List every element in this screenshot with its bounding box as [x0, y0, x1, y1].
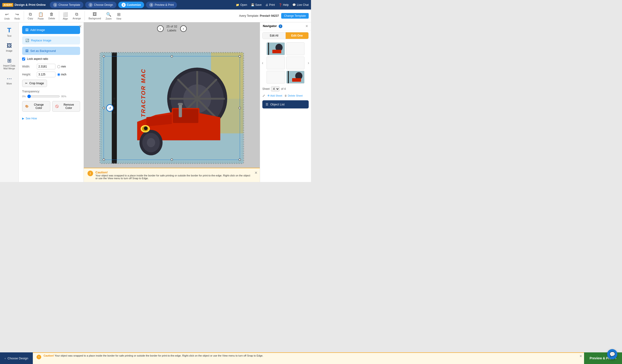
- caution-content: Caution! Your object was snapped to a pl…: [96, 171, 251, 180]
- step-num-3: 3: [121, 3, 126, 7]
- object-list-button[interactable]: ☰ Object List: [262, 100, 309, 108]
- edit-all-button[interactable]: Edit All: [263, 32, 286, 39]
- sheet-select[interactable]: 4: [271, 86, 280, 92]
- mm-option[interactable]: mm: [57, 65, 66, 68]
- panel-close-button[interactable]: ✕: [79, 24, 82, 29]
- set-background-button[interactable]: 🖼 Set as Background: [22, 47, 80, 55]
- view-button[interactable]: ⊞ View: [114, 11, 123, 21]
- edit-one-button[interactable]: Edit One: [286, 32, 309, 39]
- zoom-icon: 🔍: [106, 12, 111, 17]
- add-image-icon: 🖼: [25, 28, 28, 32]
- align-button[interactable]: ⬜ Align: [61, 11, 70, 21]
- sheet-row: Sheet 4 of 4: [260, 85, 311, 93]
- remove-color-icon: 🚫: [55, 105, 59, 108]
- step-choose-design[interactable]: 2 Choose Design: [85, 2, 116, 8]
- sheet-total: of 4: [281, 87, 286, 91]
- step-num-4: 4: [149, 3, 154, 7]
- caution-close-button[interactable]: ✕: [254, 171, 257, 175]
- lock-aspect-checkbox[interactable]: [22, 57, 25, 60]
- crop-image-button[interactable]: ✂ Crop Image: [22, 80, 47, 87]
- replace-image-icon: 🔄: [25, 39, 29, 42]
- prev-label-button[interactable]: ‹: [157, 25, 164, 32]
- navigator-close-button[interactable]: ✕: [305, 24, 308, 28]
- save-label: Save: [255, 3, 262, 6]
- svg-point-5: [113, 112, 116, 114]
- replace-image-button[interactable]: 🔄 Replace Image: [22, 36, 80, 44]
- redo-button[interactable]: ↪ Redo: [13, 11, 22, 21]
- import-data-button[interactable]: ⊞ Import Data Mail Merge: [1, 56, 18, 72]
- background-button[interactable]: 🖼 Background: [87, 11, 103, 21]
- open-label: Open: [240, 3, 247, 6]
- image-tool-button[interactable]: 🖼 Image: [1, 41, 18, 54]
- color-buttons: 🎨 Change Color 🚫 Remove Color: [22, 101, 80, 114]
- label-canvas[interactable]: TRACTOR MAC: [100, 52, 244, 164]
- text-label: Text: [7, 35, 11, 37]
- canvas-wrapper: TRACTOR MAC: [84, 34, 260, 182]
- change-template-button[interactable]: Change Template: [281, 13, 309, 19]
- open-button[interactable]: 📁 Open: [236, 3, 247, 6]
- step-customize[interactable]: 3 Customize: [118, 2, 144, 8]
- svg-rect-23: [178, 103, 183, 105]
- remove-color-label: Remove Color: [60, 103, 77, 110]
- svg-rect-31: [272, 50, 281, 53]
- height-input[interactable]: [37, 72, 55, 77]
- paste-icon: 📋: [38, 12, 43, 17]
- transparency-slider[interactable]: [27, 95, 60, 98]
- remove-color-button[interactable]: 🚫 Remove Color: [52, 101, 80, 112]
- lock-aspect-row: Lock aspect ratio: [22, 57, 80, 60]
- template-name: Presta® 94237: [260, 14, 279, 18]
- rotate-icon: ↺: [108, 106, 111, 110]
- paste-button[interactable]: 📋 Paste: [36, 11, 46, 21]
- change-color-button[interactable]: 🎨 Change Color: [22, 101, 50, 112]
- side-icons-panel: T Text 🖼 Image ⊞ Import Data Mail Merge …: [0, 22, 19, 182]
- rotation-handle[interactable]: ↺: [106, 104, 114, 112]
- more-button[interactable]: ⋯ More: [1, 74, 18, 87]
- next-label-button[interactable]: ›: [180, 25, 187, 32]
- arrange-button[interactable]: ⧉ Arrange: [71, 11, 83, 21]
- align-label: Align: [63, 18, 68, 20]
- nav-right: 📁 Open 💾 Save 🖨 Print ❓ Help 💬 Live Chat: [236, 3, 309, 6]
- view-label: View: [116, 18, 121, 20]
- copy-icon: ⧉: [29, 12, 32, 17]
- thumbnail-5[interactable]: [267, 71, 285, 84]
- zoom-button[interactable]: 🔍 Zoom: [104, 11, 114, 21]
- step-label-1: Choose Template: [58, 3, 80, 6]
- delete-button[interactable]: 🗑 Delete: [47, 11, 57, 21]
- copy-label: Copy: [28, 17, 33, 20]
- step-choose-template[interactable]: 1 Choose Template: [50, 2, 83, 8]
- step-preview-print[interactable]: 4 Preview & Print: [146, 2, 177, 8]
- set-bg-label: Set as Background: [30, 49, 56, 53]
- save-button[interactable]: 💾 Save: [251, 3, 262, 6]
- svg-rect-35: [292, 78, 301, 81]
- slider-row: 0% 95%: [22, 95, 80, 98]
- thumbnail-2[interactable]: [286, 42, 305, 55]
- help-button[interactable]: ❓ Help: [279, 3, 289, 6]
- background-label: Background: [88, 17, 101, 20]
- copy-button[interactable]: ⧉ Copy: [26, 11, 35, 21]
- template-info: Avery Template: Presta® 94237 Change Tem…: [239, 13, 309, 19]
- add-sheet-button[interactable]: ⊕ Add Sheet: [268, 94, 282, 97]
- thumbnail-4[interactable]: [286, 57, 305, 69]
- thumbnail-1[interactable]: [267, 42, 285, 55]
- thumbnail-6[interactable]: [286, 71, 305, 84]
- text-tool-button[interactable]: T Text: [1, 25, 18, 39]
- print-button[interactable]: 🖨 Print: [265, 3, 275, 6]
- undo-button[interactable]: ↩ Undo: [2, 11, 12, 21]
- top-nav: AVERY Design & Print Online 1 Choose Tem…: [0, 0, 311, 10]
- thumb-prev-button[interactable]: ‹: [261, 59, 264, 66]
- delete-sheet-button[interactable]: 🗑 Delete Sheet: [284, 94, 303, 97]
- play-icon: ▶: [22, 117, 24, 120]
- svg-rect-29: [268, 43, 269, 55]
- inch-option[interactable]: inch: [57, 73, 66, 76]
- thumb-next-button[interactable]: ›: [307, 59, 310, 66]
- print-label: Print: [269, 3, 275, 6]
- width-input[interactable]: [37, 64, 55, 69]
- svg-point-3: [113, 102, 116, 104]
- see-how-button[interactable]: ▶ See How: [22, 117, 37, 120]
- live-chat-button[interactable]: 💬 Live Chat: [292, 3, 309, 6]
- width-label: Width:: [22, 65, 35, 68]
- image-panel: ✕ 🖼 Add Image 🔄 Replace Image 🖼 Set as B…: [19, 22, 84, 182]
- svg-point-21: [147, 138, 155, 147]
- thumbnail-3[interactable]: [267, 57, 285, 69]
- add-image-button[interactable]: 🖼 Add Image: [22, 26, 80, 34]
